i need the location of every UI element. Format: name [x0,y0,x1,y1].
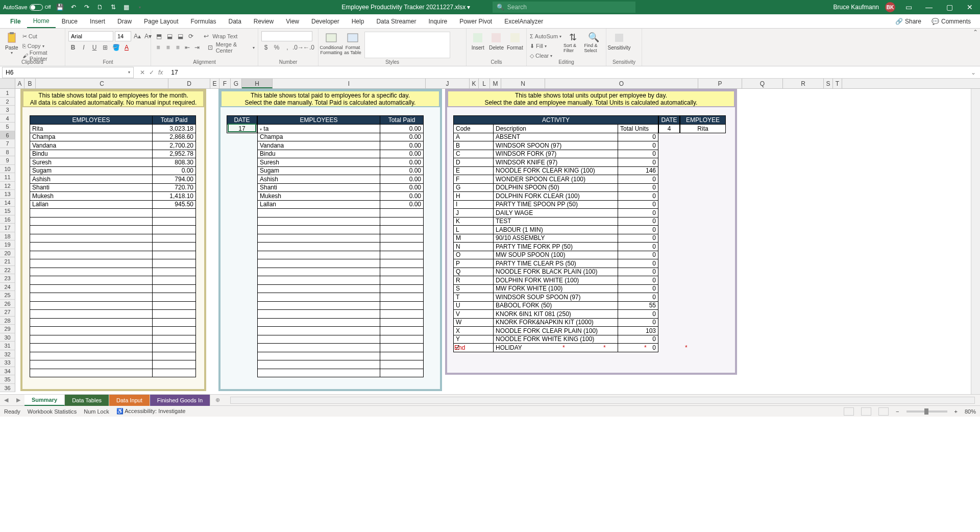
minimize-icon[interactable]: — [922,0,936,14]
row-header-20[interactable]: 20 [0,249,15,258]
user-name[interactable]: Bruce Kaufmann [834,4,879,11]
close-icon[interactable]: ✕ [963,0,977,14]
col-header-A[interactable]: A [15,79,24,88]
name-box[interactable]: H6▾ [2,67,134,78]
status-workbook-stats[interactable]: Workbook Statistics [28,408,77,415]
add-sheet-button[interactable]: ⊕ [210,397,225,403]
col-header-R[interactable]: R [783,79,824,88]
row-header-4[interactable]: 4 [0,114,15,123]
employees-day-table[interactable]: EMPLOYEESTotal Paid▾ ta0.00Champa0.00Van… [257,115,424,377]
row-header-32[interactable]: 32 [0,350,15,359]
row-header-36[interactable]: 36 [0,384,15,393]
employee-col-table[interactable]: EMPLOYEERita [680,115,726,133]
currency-icon[interactable]: $ [261,43,271,52]
status-accessibility[interactable]: ♿ Accessibility: Investigate [116,408,186,415]
col-header-T[interactable]: T [833,79,842,88]
new-icon[interactable]: 🗋 [96,3,104,11]
row-header-1[interactable]: 1 [0,89,15,98]
percent-icon[interactable]: % [272,43,281,52]
align-top-icon[interactable]: ⬒ [154,32,163,41]
maximize-icon[interactable]: ▢ [942,0,957,14]
cancel-formula-icon[interactable]: ✕ [140,69,145,76]
col-header-D[interactable]: D [168,79,210,88]
row-header-14[interactable]: 14 [0,199,15,207]
tab-view[interactable]: View [280,14,305,28]
format-cells-button[interactable]: Format [507,32,523,51]
row-header-19[interactable]: 19 [0,240,15,249]
col-header-E[interactable]: E [210,79,219,88]
align-left-icon[interactable]: ≡ [154,43,162,52]
activity-table[interactable]: ACTIVITYCodeDescriptionTotal UnitsAABSEN… [453,115,658,352]
zoom-out-icon[interactable]: − [896,408,899,415]
save-icon[interactable]: 💾 [56,3,64,11]
col-header-N[interactable]: N [501,79,545,88]
conditional-formatting-button[interactable]: Conditional Formatting [322,32,341,55]
sensitivity-button[interactable]: Sensitivity [609,32,629,51]
formula-input[interactable]: 17 [167,67,967,78]
wrap-text-button[interactable]: ↩ [202,32,211,41]
row-header-33[interactable]: 33 [0,358,15,367]
col-header-K[interactable]: K [470,79,479,88]
row-header-28[interactable]: 28 [0,317,15,325]
row-header-23[interactable]: 23 [0,274,15,283]
tab-data[interactable]: Data [222,14,247,28]
merge-button[interactable]: ⊡ [206,43,214,52]
tab-excelanalyzer[interactable]: ExcelAnalyzer [498,14,549,28]
worksheet[interactable]: ABCDEFGHIJKLMNOPQRST 1234567891011121314… [0,79,980,394]
redo-icon[interactable]: ↷ [83,3,91,11]
col-header-C[interactable]: C [36,79,168,88]
sheet-tab-data-tables[interactable]: Data Tables [65,395,109,406]
increase-indent-icon[interactable]: ⇥ [193,43,201,52]
row-header-31[interactable]: 31 [0,342,15,350]
sheet-nav-prev-icon[interactable]: ◀ [0,397,12,403]
tab-review[interactable]: Review [248,14,280,28]
vertical-scrollbar[interactable] [971,89,980,394]
font-color-button[interactable]: A [122,43,131,52]
row-header-16[interactable]: 16 [0,215,15,224]
touch-icon[interactable]: ▦ [122,3,131,11]
row-header-10[interactable]: 10 [0,165,15,174]
fx-icon[interactable]: fx [158,69,163,76]
row-header-11[interactable]: 11 [0,173,15,182]
tab-insert[interactable]: Insert [84,14,111,28]
search-box[interactable]: 🔍 Search [493,2,635,13]
row-header-6[interactable]: 6 [0,131,15,140]
comma-icon[interactable]: , [283,43,292,52]
share-button[interactable]: 🔗 Share [890,18,926,25]
tab-draw[interactable]: Draw [111,14,138,28]
tab-inquire[interactable]: Inquire [422,14,453,28]
tab-help[interactable]: Help [346,14,371,28]
sheet-tab-summary[interactable]: Summary [24,395,65,406]
select-all-corner[interactable] [0,79,15,88]
row-header-34[interactable]: 34 [0,367,15,376]
col-header-J[interactable]: J [426,79,470,88]
number-format-select[interactable] [261,31,312,41]
row-header-13[interactable]: 13 [0,190,15,199]
tab-formulas[interactable]: Formulas [184,14,222,28]
normal-view-icon[interactable] [844,407,854,416]
row-header-21[interactable]: 21 [0,257,15,266]
row-header-9[interactable]: 9 [0,156,15,165]
insert-cells-button[interactable]: Insert [470,32,486,51]
border-button[interactable]: ⊞ [101,43,110,52]
align-center-icon[interactable]: ≡ [164,43,172,52]
sort-filter-button[interactable]: ⇅Sort & Filter [564,32,582,53]
row-header-22[interactable]: 22 [0,266,15,275]
decrease-indent-icon[interactable]: ⇤ [183,43,191,52]
row-header-30[interactable]: 30 [0,333,15,342]
col-header-B[interactable]: B [24,79,36,88]
orientation-icon[interactable]: ⟳ [186,32,195,41]
increase-decimal-icon[interactable]: .0→ [293,43,303,52]
row-header-2[interactable]: 2 [0,98,15,106]
tab-file[interactable]: File [4,14,27,28]
sort-icon[interactable]: ⇅ [109,3,117,11]
row-header-24[interactable]: 24 [0,283,15,292]
tab-home[interactable]: Home [27,14,56,28]
row-header-15[interactable]: 15 [0,207,15,215]
align-middle-icon[interactable]: ⬓ [165,32,174,41]
comments-button[interactable]: 💬 Comments [926,18,976,25]
tab-bruce[interactable]: Bruce [56,14,84,28]
delete-cells-button[interactable]: Delete [488,32,504,51]
employees-month-table[interactable]: EMPLOYEESTotal PaidRita3,023.18Champa2,8… [30,115,196,377]
enter-formula-icon[interactable]: ✓ [149,69,154,76]
